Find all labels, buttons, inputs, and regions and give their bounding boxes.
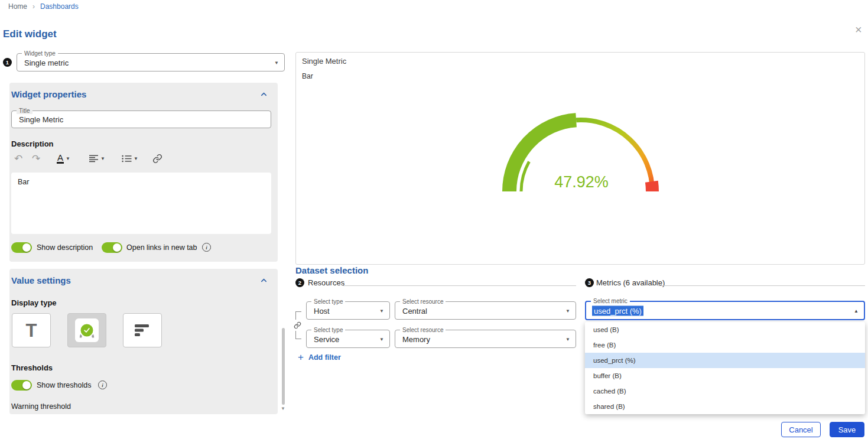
- gauge-chart: 47.92%: [498, 110, 664, 200]
- select-resource-label: Select resource: [400, 327, 446, 333]
- widget-type-value: Single metric: [24, 58, 69, 67]
- close-icon[interactable]: ×: [855, 24, 862, 35]
- selected-check-icon: [80, 323, 95, 338]
- resource-select-1[interactable]: Select resource Central ▼: [395, 301, 576, 320]
- metric-option[interactable]: free (B): [585, 337, 865, 353]
- description-textarea[interactable]: Bar: [11, 173, 271, 234]
- toggle-knob: [22, 381, 31, 389]
- text-color-button[interactable]: A ▼: [57, 151, 70, 165]
- list-button[interactable]: ▼: [122, 151, 138, 165]
- show-description-toggle[interactable]: [11, 242, 32, 253]
- breadcrumb-home-link[interactable]: Home: [8, 2, 27, 11]
- breadcrumb: Home › Dashboards: [8, 2, 79, 11]
- chevron-down-icon: ▼: [379, 336, 384, 342]
- page-title: Edit widget: [3, 28, 57, 40]
- save-button[interactable]: Save: [830, 422, 864, 437]
- toggle-knob: [113, 243, 121, 252]
- select-type-label: Select type: [311, 298, 345, 305]
- display-type-label: Display type: [11, 298, 57, 307]
- title-input[interactable]: Title Single Metric: [11, 110, 271, 128]
- display-type-bar-button[interactable]: [123, 313, 162, 347]
- resource-select-2[interactable]: Select resource Memory ▼: [395, 330, 576, 348]
- metric-option[interactable]: used (B): [585, 322, 865, 337]
- select-type-value: Service: [314, 334, 339, 343]
- widget-properties-panel: Widget properties Title Single Metric De…: [9, 83, 278, 262]
- scrollbar-down-arrow[interactable]: ▼: [281, 406, 285, 411]
- dataset-selection-heading: Dataset selection: [295, 265, 368, 275]
- plus-icon: +: [298, 352, 304, 362]
- chevron-down-icon: ▼: [134, 156, 138, 161]
- title-input-label: Title: [17, 108, 32, 114]
- value-settings-heading: Value settings: [11, 275, 71, 285]
- undo-button[interactable]: ↶: [14, 151, 22, 165]
- chevron-down-icon: ▼: [565, 308, 570, 313]
- chevron-down-icon: ▼: [274, 60, 279, 65]
- widget-properties-heading: Widget properties: [11, 89, 86, 99]
- value-settings-panel: Value settings Display type T Thresholds: [9, 269, 278, 414]
- metric-option[interactable]: shared (B): [585, 399, 865, 414]
- title-input-value: Single Metric: [19, 115, 63, 124]
- widget-type-label: Widget type: [22, 50, 58, 57]
- list-icon: [122, 155, 132, 162]
- text-display-icon: T: [26, 321, 37, 340]
- cancel-button[interactable]: Cancel: [781, 422, 821, 437]
- breadcrumb-chevron-icon: ›: [32, 2, 35, 11]
- redo-button[interactable]: ↷: [32, 151, 40, 165]
- step-1-badge: 1: [3, 58, 12, 67]
- chevron-down-icon: ▼: [100, 156, 105, 161]
- show-thresholds-toggle[interactable]: [11, 380, 32, 391]
- chevron-down-icon: ▼: [66, 156, 70, 161]
- preview-title: Single Metric: [302, 57, 346, 66]
- resource-type-select-2[interactable]: Select type Service ▼: [306, 330, 390, 348]
- metric-dropdown-menu: used (B) free (B) used_prct (%) buffer (…: [585, 322, 865, 414]
- warning-threshold-label: Warning threshold: [11, 402, 71, 411]
- preview-description: Bar: [302, 72, 313, 80]
- bar-display-icon: [135, 324, 150, 336]
- select-metric-label: Select metric: [591, 298, 630, 304]
- show-description-label: Show description: [37, 243, 93, 252]
- open-links-toggle[interactable]: [102, 242, 122, 253]
- scrollbar-thumb[interactable]: [282, 328, 285, 405]
- chevron-up-icon: ▲: [854, 308, 859, 313]
- align-button[interactable]: ▼: [89, 151, 105, 165]
- align-icon: [89, 155, 99, 162]
- metric-option-selected[interactable]: used_prct (%): [585, 353, 865, 368]
- widget-type-select[interactable]: Widget type Single metric ▼: [17, 53, 285, 71]
- chevron-down-icon: ▼: [565, 336, 570, 342]
- thresholds-label: Thresholds: [11, 363, 53, 372]
- resource-type-select-1[interactable]: Select type Host ▼: [306, 301, 390, 320]
- edit-widget-page: Home › Dashboards Edit widget × 1 Widget…: [0, 0, 868, 439]
- insert-link-button[interactable]: [152, 151, 162, 165]
- add-filter-button[interactable]: + Add filter: [298, 352, 341, 362]
- metric-select[interactable]: Select metric used_prct (%) ▲: [585, 301, 865, 320]
- text-color-icon: A: [57, 153, 64, 164]
- display-type-text-button[interactable]: T: [12, 313, 51, 347]
- resource-link-icon: [292, 320, 302, 331]
- step-3-badge: 3: [585, 278, 594, 287]
- widget-preview-panel: Single Metric Bar 47.92%: [295, 52, 865, 265]
- breadcrumb-dashboards-link[interactable]: Dashboards: [40, 2, 79, 11]
- collapse-chevron-up-icon[interactable]: [259, 276, 268, 287]
- select-resource-value: Central: [402, 306, 427, 315]
- info-icon[interactable]: i: [202, 243, 211, 252]
- show-thresholds-label: Show thresholds: [37, 381, 91, 389]
- gauge-inner-arc: [521, 162, 529, 192]
- metric-select-value: used_prct (%): [592, 305, 643, 316]
- chevron-down-icon: ▼: [379, 308, 384, 313]
- select-type-label: Select type: [311, 327, 345, 333]
- metrics-section-title: Metrics (6 available): [596, 278, 665, 287]
- metrics-divider: [658, 285, 865, 286]
- redo-icon: ↷: [32, 154, 40, 164]
- add-filter-label: Add filter: [308, 353, 341, 362]
- collapse-chevron-up-icon[interactable]: [259, 90, 268, 101]
- open-links-label: Open links in new tab: [126, 243, 197, 252]
- richtext-toolbar: ↶ ↷ A ▼ ▼ ▼: [9, 151, 269, 167]
- display-type-gauge-button[interactable]: [67, 313, 106, 347]
- metric-option[interactable]: buffer (B): [585, 368, 865, 383]
- info-icon[interactable]: i: [98, 381, 107, 389]
- gauge-critical-arc: [652, 181, 652, 191]
- select-type-value: Host: [314, 306, 330, 315]
- select-resource-label: Select resource: [400, 298, 446, 305]
- resources-section-title: Resources: [308, 278, 344, 287]
- metric-option[interactable]: cached (B): [585, 383, 865, 399]
